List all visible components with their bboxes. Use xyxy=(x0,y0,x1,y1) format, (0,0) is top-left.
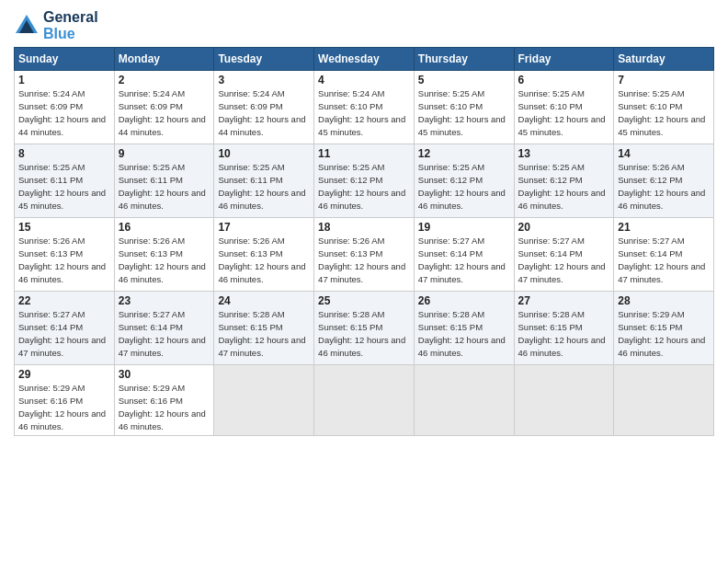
day-number: 17 xyxy=(218,221,310,234)
cell-details: Sunrise: 5:25 AMSunset: 6:10 PMDaylight:… xyxy=(418,88,506,136)
calendar-cell: 13Sunrise: 5:25 AMSunset: 6:12 PMDayligh… xyxy=(514,144,614,218)
day-number: 29 xyxy=(18,368,110,381)
cell-details: Sunrise: 5:25 AMSunset: 6:12 PMDaylight:… xyxy=(518,162,606,210)
cell-details: Sunrise: 5:27 AMSunset: 6:14 PMDaylight:… xyxy=(618,236,705,283)
cell-details: Sunrise: 5:26 AMSunset: 6:13 PMDaylight:… xyxy=(119,236,206,283)
cell-details: Sunrise: 5:25 AMSunset: 6:10 PMDaylight:… xyxy=(518,88,606,136)
calendar-cell xyxy=(414,365,514,436)
calendar-cell: 24Sunrise: 5:28 AMSunset: 6:15 PMDayligh… xyxy=(214,292,314,365)
calendar-cell: 11Sunrise: 5:25 AMSunset: 6:12 PMDayligh… xyxy=(314,144,415,218)
calendar-cell: 16Sunrise: 5:26 AMSunset: 6:13 PMDayligh… xyxy=(114,218,214,292)
calendar-cell: 8Sunrise: 5:25 AMSunset: 6:11 PMDaylight… xyxy=(15,144,115,218)
calendar-table: SundayMondayTuesdayWednesdayThursdayFrid… xyxy=(14,47,714,436)
calendar-cell: 4Sunrise: 5:24 AMSunset: 6:10 PMDaylight… xyxy=(314,71,415,144)
calendar-cell: 10Sunrise: 5:25 AMSunset: 6:11 PMDayligh… xyxy=(214,144,314,218)
cell-details: Sunrise: 5:25 AMSunset: 6:12 PMDaylight:… xyxy=(318,162,405,210)
cell-details: Sunrise: 5:28 AMSunset: 6:15 PMDaylight:… xyxy=(318,309,405,357)
calendar-cell: 3Sunrise: 5:24 AMSunset: 6:09 PMDaylight… xyxy=(214,71,314,144)
day-number: 4 xyxy=(318,74,410,86)
week-row-5: 29Sunrise: 5:29 AMSunset: 6:16 PMDayligh… xyxy=(15,365,714,436)
calendar-cell: 18Sunrise: 5:26 AMSunset: 6:13 PMDayligh… xyxy=(314,218,415,292)
day-number: 26 xyxy=(418,294,510,307)
cell-details: Sunrise: 5:25 AMSunset: 6:12 PMDaylight:… xyxy=(418,162,506,210)
day-number: 10 xyxy=(218,147,310,160)
day-number: 3 xyxy=(218,74,310,86)
logo: General Blue xyxy=(14,9,98,41)
day-number: 12 xyxy=(418,147,510,160)
page: General Blue SundayMondayTuesdayWednesda… xyxy=(0,0,728,563)
week-row-4: 22Sunrise: 5:27 AMSunset: 6:14 PMDayligh… xyxy=(15,292,714,365)
day-header-monday: Monday xyxy=(114,48,214,71)
calendar-cell: 17Sunrise: 5:26 AMSunset: 6:13 PMDayligh… xyxy=(214,218,314,292)
calendar-cell: 7Sunrise: 5:25 AMSunset: 6:10 PMDaylight… xyxy=(614,71,714,144)
calendar-cell: 19Sunrise: 5:27 AMSunset: 6:14 PMDayligh… xyxy=(414,218,514,292)
calendar-cell xyxy=(614,365,714,436)
cell-details: Sunrise: 5:25 AMSunset: 6:11 PMDaylight:… xyxy=(18,162,106,210)
cell-details: Sunrise: 5:29 AMSunset: 6:16 PMDaylight:… xyxy=(18,383,106,431)
day-number: 25 xyxy=(318,294,410,307)
logo-line2: Blue xyxy=(43,26,98,42)
cell-details: Sunrise: 5:27 AMSunset: 6:14 PMDaylight:… xyxy=(418,236,506,283)
calendar-cell: 22Sunrise: 5:27 AMSunset: 6:14 PMDayligh… xyxy=(15,292,115,365)
cell-details: Sunrise: 5:26 AMSunset: 6:13 PMDaylight:… xyxy=(218,236,305,283)
calendar-cell: 25Sunrise: 5:28 AMSunset: 6:15 PMDayligh… xyxy=(314,292,415,365)
calendar-cell: 26Sunrise: 5:28 AMSunset: 6:15 PMDayligh… xyxy=(414,292,514,365)
calendar-cell: 20Sunrise: 5:27 AMSunset: 6:14 PMDayligh… xyxy=(514,218,614,292)
calendar-cell: 28Sunrise: 5:29 AMSunset: 6:15 PMDayligh… xyxy=(614,292,714,365)
day-number: 6 xyxy=(518,74,610,86)
day-number: 24 xyxy=(218,294,310,307)
cell-details: Sunrise: 5:24 AMSunset: 6:10 PMDaylight:… xyxy=(318,88,405,136)
cell-details: Sunrise: 5:29 AMSunset: 6:15 PMDaylight:… xyxy=(618,309,705,357)
day-number: 5 xyxy=(418,74,510,86)
calendar-cell: 6Sunrise: 5:25 AMSunset: 6:10 PMDaylight… xyxy=(514,71,614,144)
day-number: 2 xyxy=(119,74,210,86)
cell-details: Sunrise: 5:26 AMSunset: 6:13 PMDaylight:… xyxy=(318,236,405,283)
day-number: 28 xyxy=(618,294,710,307)
calendar-cell: 12Sunrise: 5:25 AMSunset: 6:12 PMDayligh… xyxy=(414,144,514,218)
calendar-cell xyxy=(314,365,415,436)
day-number: 27 xyxy=(518,294,610,307)
day-header-friday: Friday xyxy=(514,48,614,71)
day-number: 16 xyxy=(119,221,210,234)
cell-details: Sunrise: 5:24 AMSunset: 6:09 PMDaylight:… xyxy=(18,88,106,136)
cell-details: Sunrise: 5:25 AMSunset: 6:11 PMDaylight:… xyxy=(119,162,206,210)
day-number: 9 xyxy=(119,147,210,160)
calendar-cell: 21Sunrise: 5:27 AMSunset: 6:14 PMDayligh… xyxy=(614,218,714,292)
calendar-cell xyxy=(214,365,314,436)
cell-details: Sunrise: 5:28 AMSunset: 6:15 PMDaylight:… xyxy=(218,309,305,357)
day-number: 7 xyxy=(618,74,710,86)
calendar-cell xyxy=(514,365,614,436)
day-number: 13 xyxy=(518,147,610,160)
day-number: 1 xyxy=(18,74,110,86)
day-header-sunday: Sunday xyxy=(15,48,115,71)
calendar-cell: 30Sunrise: 5:29 AMSunset: 6:16 PMDayligh… xyxy=(114,365,214,436)
week-row-2: 8Sunrise: 5:25 AMSunset: 6:11 PMDaylight… xyxy=(15,144,714,218)
calendar-cell: 2Sunrise: 5:24 AMSunset: 6:09 PMDaylight… xyxy=(114,71,214,144)
week-row-3: 15Sunrise: 5:26 AMSunset: 6:13 PMDayligh… xyxy=(15,218,714,292)
cell-details: Sunrise: 5:25 AMSunset: 6:10 PMDaylight:… xyxy=(618,88,705,136)
calendar-cell: 15Sunrise: 5:26 AMSunset: 6:13 PMDayligh… xyxy=(15,218,115,292)
calendar-cell: 14Sunrise: 5:26 AMSunset: 6:12 PMDayligh… xyxy=(614,144,714,218)
calendar-cell: 1Sunrise: 5:24 AMSunset: 6:09 PMDaylight… xyxy=(15,71,115,144)
day-number: 20 xyxy=(518,221,610,234)
day-header-saturday: Saturday xyxy=(614,48,714,71)
cell-details: Sunrise: 5:28 AMSunset: 6:15 PMDaylight:… xyxy=(518,309,606,357)
day-header-thursday: Thursday xyxy=(414,48,514,71)
cell-details: Sunrise: 5:27 AMSunset: 6:14 PMDaylight:… xyxy=(119,309,206,357)
day-number: 14 xyxy=(618,147,710,160)
calendar-cell: 5Sunrise: 5:25 AMSunset: 6:10 PMDaylight… xyxy=(414,71,514,144)
calendar-cell: 27Sunrise: 5:28 AMSunset: 6:15 PMDayligh… xyxy=(514,292,614,365)
day-number: 19 xyxy=(418,221,510,234)
day-number: 18 xyxy=(318,221,410,234)
day-number: 22 xyxy=(18,294,110,307)
calendar-cell: 9Sunrise: 5:25 AMSunset: 6:11 PMDaylight… xyxy=(114,144,214,218)
day-number: 11 xyxy=(318,147,410,160)
day-header-tuesday: Tuesday xyxy=(214,48,314,71)
logo-line1: General xyxy=(43,9,98,26)
day-header-wednesday: Wednesday xyxy=(314,48,415,71)
day-number: 15 xyxy=(18,221,110,234)
header: General Blue xyxy=(14,9,714,41)
cell-details: Sunrise: 5:24 AMSunset: 6:09 PMDaylight:… xyxy=(218,88,305,136)
day-number: 30 xyxy=(119,368,210,381)
day-number: 8 xyxy=(18,147,110,160)
